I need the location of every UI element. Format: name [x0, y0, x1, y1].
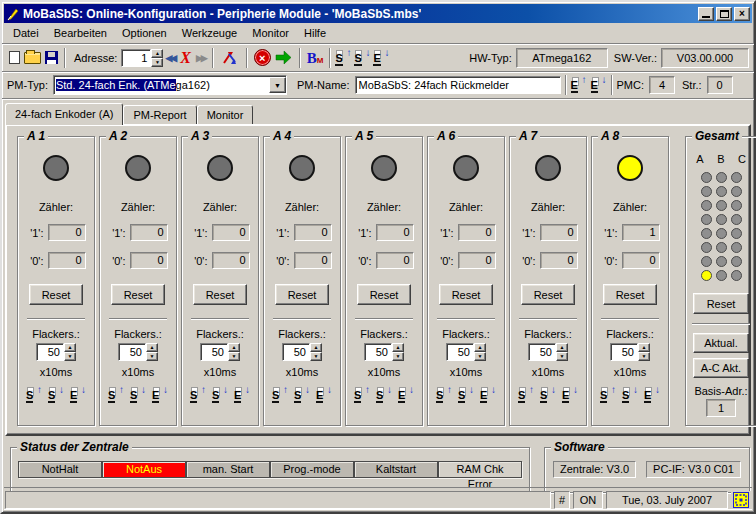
s-read-button[interactable]: S↑: [190, 387, 206, 403]
flacker-value[interactable]: 50: [364, 343, 392, 361]
reset-button[interactable]: Reset: [193, 284, 247, 305]
s-read-button[interactable]: S↑: [108, 387, 124, 403]
tab-24-fach-enkoder[interactable]: 24-fach Enkoder (A): [5, 103, 123, 125]
spin-down-icon[interactable]: ▼: [151, 58, 163, 67]
s-write-button[interactable]: S↓: [48, 387, 64, 403]
bm-button[interactable]: B M: [305, 50, 326, 66]
reset-button[interactable]: Reset: [29, 284, 83, 305]
menu-hilfe[interactable]: Hilfe: [298, 26, 332, 40]
flacker-value[interactable]: 50: [36, 343, 64, 361]
flacker-value[interactable]: 50: [446, 343, 474, 361]
pm-typ-combobox[interactable]: Std. 24-fach Enk. (ATMe ga162) ▼: [53, 75, 287, 95]
e-write-button[interactable]: E↓: [562, 387, 578, 403]
reset-button[interactable]: Reset: [275, 284, 329, 305]
flacker-spinner[interactable]: 50 ▲▼: [36, 343, 76, 361]
go-button[interactable]: [273, 49, 295, 66]
spin-down-icon[interactable]: ▼: [392, 352, 404, 361]
pm-name-input[interactable]: MoBaSbS: 24fach Rückmelder: [355, 76, 561, 94]
save-file-button[interactable]: [43, 50, 60, 65]
spin-down-icon[interactable]: ▼: [64, 352, 76, 361]
next-module-button[interactable]: ▶▶: [194, 52, 208, 64]
spin-down-icon[interactable]: ▼: [638, 352, 650, 361]
menu-bearbeiten[interactable]: Bearbeiten: [48, 26, 113, 40]
s-write-button[interactable]: S↓: [376, 387, 392, 403]
prev-module-button[interactable]: ◀◀: [163, 52, 177, 64]
s-write-button[interactable]: S↓: [540, 387, 556, 403]
flacker-spinner[interactable]: 50 ▲▼: [118, 343, 158, 361]
reset-button[interactable]: Reset: [603, 284, 657, 305]
s-read-button[interactable]: S↑: [436, 387, 452, 403]
e-write-button[interactable]: E↓: [234, 387, 250, 403]
title-bar[interactable]: MoBaSbS: Online-Konfiguration - Peripher…: [4, 4, 752, 23]
s-write-button[interactable]: S↓: [212, 387, 228, 403]
flacker-spinner[interactable]: 50 ▲▼: [446, 343, 486, 361]
s-write-button[interactable]: S↓: [130, 387, 146, 403]
spin-up-icon[interactable]: ▲: [146, 343, 158, 352]
e-write-button[interactable]: E↓: [70, 387, 86, 403]
ac-akt-button[interactable]: A-C Akt.: [693, 358, 749, 378]
spin-up-icon[interactable]: ▲: [228, 343, 240, 352]
dropdown-button[interactable]: ▼: [269, 77, 286, 93]
s-read-button[interactable]: S↑: [600, 387, 616, 403]
spin-up-icon[interactable]: ▲: [474, 343, 486, 352]
reset-button[interactable]: Reset: [439, 284, 493, 305]
s-write-button[interactable]: S↓: [294, 387, 310, 403]
new-file-button[interactable]: [7, 50, 22, 65]
spin-down-icon[interactable]: ▼: [556, 352, 568, 361]
e-write-button[interactable]: E ↓: [591, 77, 607, 93]
stop-button[interactable]: ×: [252, 48, 273, 67]
e-write-button[interactable]: E ↓: [373, 50, 389, 66]
s-read-button[interactable]: S↑: [518, 387, 534, 403]
reset-button[interactable]: Reset: [521, 284, 575, 305]
e-write-button[interactable]: E↓: [316, 387, 332, 403]
address-input[interactable]: 1: [121, 49, 151, 67]
spin-down-icon[interactable]: ▼: [474, 352, 486, 361]
flacker-value[interactable]: 50: [528, 343, 556, 361]
address-spinner[interactable]: ▲ ▼: [151, 49, 163, 67]
spin-down-icon[interactable]: ▼: [146, 352, 158, 361]
flacker-spinner[interactable]: 50 ▲▼: [200, 343, 240, 361]
gesamt-reset-button[interactable]: Reset: [693, 293, 749, 314]
flacker-spinner[interactable]: 50 ▲▼: [364, 343, 404, 361]
s-write-button[interactable]: S↓: [458, 387, 474, 403]
e-write-button[interactable]: E↓: [152, 387, 168, 403]
open-file-button[interactable]: [22, 51, 43, 65]
s-write-button[interactable]: S ↓: [354, 50, 370, 66]
s-read-button[interactable]: S ↑: [335, 50, 351, 66]
cancel-button[interactable]: X: [177, 49, 194, 67]
e-write-button[interactable]: E↓: [480, 387, 496, 403]
sync-button[interactable]: [218, 49, 242, 67]
flacker-value[interactable]: 50: [282, 343, 310, 361]
e-write-button[interactable]: E↓: [644, 387, 660, 403]
spin-up-icon[interactable]: ▲: [392, 343, 404, 352]
s-read-button[interactable]: S↑: [354, 387, 370, 403]
aktual-button[interactable]: Aktual.: [693, 333, 749, 353]
spin-up-icon[interactable]: ▲: [556, 343, 568, 352]
reset-button[interactable]: Reset: [357, 284, 411, 305]
reset-button[interactable]: Reset: [111, 284, 165, 305]
menu-monitor[interactable]: Monitor: [246, 26, 295, 40]
maximize-button[interactable]: [716, 7, 732, 21]
e-read-button[interactable]: E ↑: [571, 77, 587, 93]
spin-up-icon[interactable]: ▲: [151, 49, 163, 58]
e-write-button[interactable]: E↓: [398, 387, 414, 403]
flacker-value[interactable]: 50: [118, 343, 146, 361]
spin-up-icon[interactable]: ▲: [638, 343, 650, 352]
tab-pm-report[interactable]: PM-Report: [123, 105, 196, 124]
flacker-spinner[interactable]: 50 ▲▼: [610, 343, 650, 361]
flacker-spinner[interactable]: 50 ▲▼: [282, 343, 322, 361]
spin-down-icon[interactable]: ▼: [310, 352, 322, 361]
menu-optionen[interactable]: Optionen: [116, 26, 173, 40]
s-read-button[interactable]: S↑: [272, 387, 288, 403]
flacker-value[interactable]: 50: [610, 343, 638, 361]
flacker-value[interactable]: 50: [200, 343, 228, 361]
close-button[interactable]: ×: [734, 7, 750, 21]
menu-datei[interactable]: Datei: [7, 26, 45, 40]
s-write-button[interactable]: S↓: [622, 387, 638, 403]
spin-up-icon[interactable]: ▲: [64, 343, 76, 352]
minimize-button[interactable]: [698, 7, 714, 21]
s-read-button[interactable]: S↑: [26, 387, 42, 403]
menu-werkzeuge[interactable]: Werkzeuge: [176, 26, 243, 40]
spin-down-icon[interactable]: ▼: [228, 352, 240, 361]
spin-up-icon[interactable]: ▲: [310, 343, 322, 352]
